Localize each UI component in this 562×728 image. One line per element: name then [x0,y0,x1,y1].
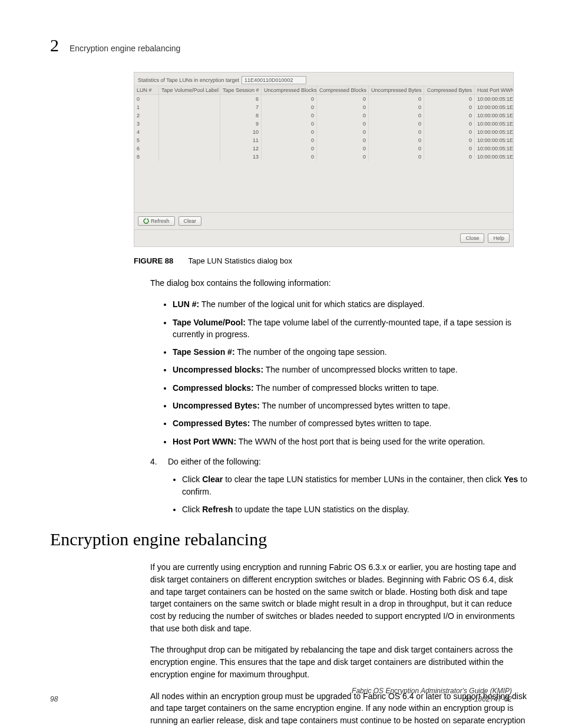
col-ublk[interactable]: Uncompressed Blocks [262,85,317,95]
col-vol[interactable]: Tape Volume/Pool Label [159,85,220,95]
intro-text: The dialog box contains the following in… [150,277,527,289]
col-wwn[interactable]: Host Port WWN [475,85,513,95]
list-item: Host Port WWN: The WWN of the host port … [173,436,527,447]
cell-lun: 5 [134,136,159,144]
cell-cblk: 0 [317,95,369,103]
cell-vol [159,153,220,161]
cell-ubyt: 0 [369,103,424,111]
cell-sess: 11 [220,136,262,144]
cell-ublk: 0 [262,136,317,144]
figure-caption: FIGURE 88 Tape LUN Statistics dialog box [134,256,512,265]
col-cbyt[interactable]: Compressed Bytes [424,85,475,95]
table-header: LUN # Tape Volume/Pool Label Tape Sessio… [134,85,513,95]
cell-cblk: 0 [317,111,369,120]
col-lun[interactable]: LUN # [134,85,159,95]
cell-wwn: 10:00:00:05:1E:60:B. [475,120,513,128]
term: Uncompressed Bytes: [173,401,260,410]
table-row[interactable]: 17000010:00:00:05:1E:60:B. [134,103,513,111]
refresh-label: Refresh [151,218,170,224]
step4-actions: Click Clear to clear the tape LUN statis… [182,473,527,515]
refresh-button[interactable]: Refresh [138,216,175,226]
cell-cbyt: 0 [424,153,475,161]
cell-cbyt: 0 [424,136,475,144]
col-sess[interactable]: Tape Session # [220,85,262,95]
cell-lun: 3 [134,120,159,128]
cell-cbyt: 0 [424,95,475,103]
term: Uncompressed blocks: [173,365,263,374]
list-item: Compressed blocks: The number of compres… [173,382,527,394]
cell-wwn: 10:00:00:05:1E:60:B. [475,111,513,120]
term: Compressed Bytes: [173,419,250,428]
col-cblk[interactable]: Compressed Blocks [317,85,369,95]
cell-sess: 7 [220,103,262,111]
cell-wwn: 10:00:00:05:1E:60:B. [475,103,513,111]
section-heading: Encryption engine rebalancing [50,529,512,549]
cell-sess: 10 [220,128,262,136]
table-row[interactable]: 06000010:00:00:05:1E:60:B. [134,95,513,103]
close-button[interactable]: Close [460,233,484,243]
cell-cblk: 0 [317,103,369,111]
cell-ublk: 0 [262,153,317,161]
figure-label: FIGURE 88 [134,256,173,265]
term: Tape Volume/Pool: [173,318,246,327]
cell-vol [159,95,220,103]
cell-wwn: 10:00:00:05:1E:60:B. [475,144,513,153]
page-footer: 98 Fabric OS Encryption Administrator's … [50,687,512,703]
cell-ubyt: 0 [369,128,424,136]
cell-vol [159,103,220,111]
cell-ubyt: 0 [369,153,424,161]
table-row[interactable]: 39000010:00:00:05:1E:60:B. [134,120,513,128]
table-row[interactable]: 410000010:00:00:05:1E:60:B. [134,128,513,136]
cell-ubyt: 0 [369,120,424,128]
table-row[interactable]: 28000010:00:00:05:1E:60:B. [134,111,513,120]
cell-cbyt: 0 [424,103,475,111]
list-item: LUN #: The number of the logical unit fo… [173,298,527,310]
cell-ubyt: 0 [369,136,424,144]
cell-ublk: 0 [262,111,317,120]
cell-vol [159,128,220,136]
cell-wwn: 10:00:00:05:1E:60:B. [475,136,513,144]
cell-wwn: 10:00:00:05:1E:60:B. [475,95,513,103]
list-item: Uncompressed Bytes: The number of uncomp… [173,400,527,411]
list-item: Uncompressed blocks: The number of uncom… [173,364,527,375]
cell-ublk: 0 [262,144,317,153]
cell-wwn: 10:00:00:05:1E:60:B. [475,153,513,161]
running-title: Encryption engine rebalancing [70,44,180,53]
help-button[interactable]: Help [488,233,510,243]
cell-vol [159,120,220,128]
stats-table: LUN # Tape Volume/Pool Label Tape Sessio… [134,85,513,212]
cell-ublk: 0 [262,120,317,128]
cell-cblk: 0 [317,128,369,136]
step-lead: Do either of the following: [168,456,261,467]
cell-lun: 1 [134,103,159,111]
term: Tape Session #: [173,347,235,357]
table-row[interactable]: 813000010:00:00:05:1E:60:B. [134,153,513,161]
chapter-number: 2 [50,35,59,55]
list-item: Tape Session #: The number of the ongoin… [173,346,527,358]
bold-term: Clear [202,475,223,484]
term: Host Port WWN: [173,437,236,446]
cell-cbyt: 0 [424,111,475,120]
step-number: 4. [150,456,161,467]
list-item: Tape Volume/Pool: The tape volume label … [173,317,527,341]
cell-cbyt: 0 [424,120,475,128]
cell-ublk: 0 [262,95,317,103]
table-row[interactable]: 612000010:00:00:05:1E:60:B. [134,144,513,153]
page-header: 2 Encryption engine rebalancing [50,35,512,55]
cell-ubyt: 0 [369,95,424,103]
table-row[interactable]: 511000010:00:00:05:1E:60:B. [134,136,513,144]
cell-ublk: 0 [262,128,317,136]
col-ubyt[interactable]: Uncompressed Bytes [369,85,424,95]
cell-lun: 4 [134,128,159,136]
cell-sess: 13 [220,153,262,161]
clear-button[interactable]: Clear [178,216,202,226]
target-id-field[interactable]: 11E400110D010002 [242,76,306,84]
cell-sess: 12 [220,144,262,153]
cell-lun: 0 [134,95,159,103]
screenshot: Statistics of Tape LUNs in encryption ta… [134,72,512,247]
refresh-icon [143,218,149,224]
figure-text: Tape LUN Statistics dialog box [189,256,292,265]
bold-term: Refresh [202,505,233,514]
cell-vol [159,111,220,120]
stat-label: Statistics of Tape LUNs in encryption ta… [138,77,239,83]
